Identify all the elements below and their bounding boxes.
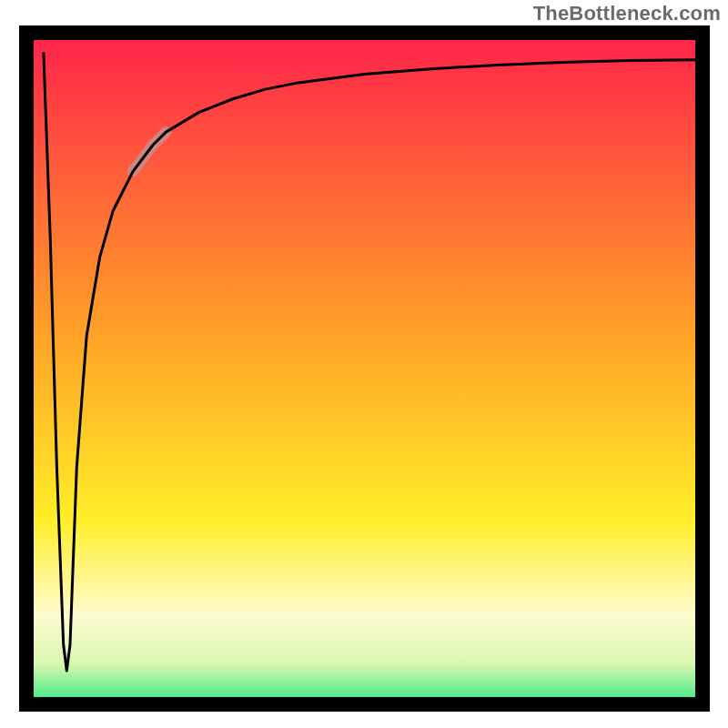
watermark-text: TheBottleneck.com xyxy=(533,2,721,25)
plot-background xyxy=(19,25,710,712)
bottleneck-chart xyxy=(0,0,728,728)
